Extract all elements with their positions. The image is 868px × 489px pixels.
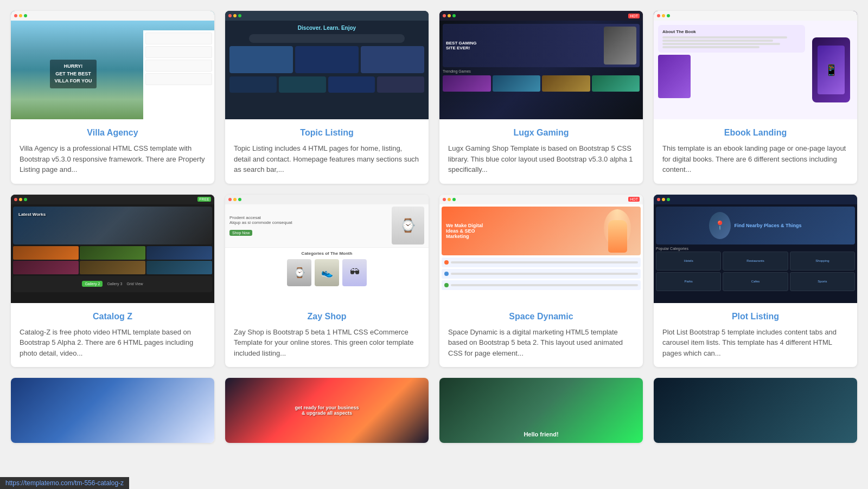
card-bottom-1[interactable] xyxy=(11,378,214,443)
card-title-ebook: Ebook Landing xyxy=(662,128,848,138)
card-desc-lugx: Lugx Gaming Shop Template is based on Bo… xyxy=(448,143,634,175)
card-bottom-2[interactable]: get ready for your business& upgrade all… xyxy=(225,378,429,443)
card-title-villa: Villa Agency xyxy=(20,128,206,138)
space-badge: HOT xyxy=(628,197,640,202)
card-title-space: Space Dynamic xyxy=(448,312,634,321)
catalog-badge: FREE xyxy=(197,197,211,202)
lugx-trending-label: Trending Games xyxy=(443,69,640,73)
card-lugx-gaming[interactable]: HOT BEST GAMINGSITE EVER! Trending Games xyxy=(439,11,643,184)
card-villa-agency[interactable]: HURRY!GET THE BESTVILLA FOR YOU Villa Ag… xyxy=(11,11,214,184)
topic-mock-title: Discover. Learn. Enjoy xyxy=(298,25,356,31)
card-body-villa: Villa Agency Villa Agency is a professio… xyxy=(11,119,214,184)
plot-cat-item: Cafes xyxy=(723,272,788,291)
card-body-ebook: Ebook Landing This template is an ebook … xyxy=(654,119,857,184)
card-grid-row1: HURRY!GET THE BESTVILLA FOR YOU Villa Ag… xyxy=(0,0,868,195)
lugx-badge: HOT xyxy=(628,14,640,18)
zay-cat-title: Categories of The Month xyxy=(225,248,429,259)
plot-cat-item: Shopping xyxy=(790,252,855,271)
card-ebook-landing[interactable]: About The Book xyxy=(654,11,857,184)
card-plot-listing[interactable]: 📍 Find Nearby Places & Things Popular Ca… xyxy=(654,195,857,368)
card-body-catalog: Catalog Z Catalog-Z is free photo video … xyxy=(11,303,214,368)
card-body-topic: Topic Listing Topic Listing includes 4 H… xyxy=(225,119,429,184)
card-zay-shop[interactable]: Prodent accesatAlqup as si commode conse… xyxy=(225,195,429,368)
card-desc-plot: Plot List Bootstrap 5 template includes … xyxy=(662,327,848,359)
plot-cat-item: Sports xyxy=(790,272,855,291)
ebook-title-text: About The Book xyxy=(662,29,801,34)
card-desc-catalog: Catalog-Z is free photo video HTML templ… xyxy=(20,327,206,359)
card-bottom-3[interactable]: Hello friend! xyxy=(439,378,643,443)
card-body-space: Space Dynamic Space Dynamic is a digital… xyxy=(439,303,643,368)
card-image-ebook: About The Book xyxy=(654,11,857,119)
card-title-lugx: Lugx Gaming xyxy=(448,128,634,138)
card-desc-space: Space Dynamic is a digital marketing HTM… xyxy=(448,327,634,359)
card-title-zay: Zay Shop xyxy=(234,312,420,321)
card-body-plot: Plot Listing Plot List Bootstrap 5 templ… xyxy=(654,303,857,368)
card-image-space: HOT We Make DigitalIdeas & SEOMarketing xyxy=(439,195,643,303)
zay-hero-title: Prodent accesatAlqup as si commode conse… xyxy=(229,215,387,225)
plot-cat-item: Parks xyxy=(656,272,721,291)
card-desc-topic: Topic Listing includes 4 HTML pages for … xyxy=(234,143,420,175)
card-space-dynamic[interactable]: HOT We Make DigitalIdeas & SEOMarketing xyxy=(439,195,643,368)
card-body-zay: Zay Shop Zay Shop is Bootstrap 5 beta 1 … xyxy=(225,303,429,368)
card-desc-ebook: This template is an ebook landing page o… xyxy=(662,143,848,175)
card-image-topic: Discover. Learn. Enjoy xyxy=(225,11,429,119)
plot-cat-item: Hotels xyxy=(656,252,721,271)
card-title-catalog: Catalog Z xyxy=(20,312,206,321)
card-desc-zay: Zay Shop is Bootstrap 5 beta 1 HTML CSS … xyxy=(234,327,420,359)
plot-cat-title: Popular Categories xyxy=(656,247,855,250)
card-bottom-4[interactable] xyxy=(654,378,857,443)
card-topic-listing[interactable]: Discover. Learn. Enjoy xyxy=(225,11,429,184)
lugx-hero-text: BEST GAMINGSITE EVER! xyxy=(446,41,476,50)
card-grid-row3: get ready for your business& upgrade all… xyxy=(0,378,868,454)
card-title-plot: Plot Listing xyxy=(662,312,848,321)
card-grid-row2: FREE Latest Works xyxy=(0,195,868,378)
card-image-plot: 📍 Find Nearby Places & Things Popular Ca… xyxy=(654,195,857,303)
card-title-topic: Topic Listing xyxy=(234,128,420,138)
card-body-lugx: Lugx Gaming Lugx Gaming Shop Template is… xyxy=(439,119,643,184)
card-image-lugx: HOT BEST GAMINGSITE EVER! Trending Games xyxy=(439,11,643,119)
plot-map-icon: 📍 xyxy=(709,212,731,239)
space-hero-text: We Make DigitalIdeas & SEOMarketing xyxy=(446,223,595,239)
card-catalog-z[interactable]: FREE Latest Works xyxy=(11,195,214,368)
card-image-villa: HURRY!GET THE BESTVILLA FOR YOU xyxy=(11,11,214,119)
card-image-zay: Prodent accesatAlqup as si commode conse… xyxy=(225,195,429,303)
plot-hero-text: Find Nearby Places & Things xyxy=(734,223,801,228)
card-image-catalog: FREE Latest Works xyxy=(11,195,214,303)
plot-cat-item: Restaurants xyxy=(723,252,788,271)
card-desc-villa: Villa Agency is a professional HTML CSS … xyxy=(20,143,206,175)
